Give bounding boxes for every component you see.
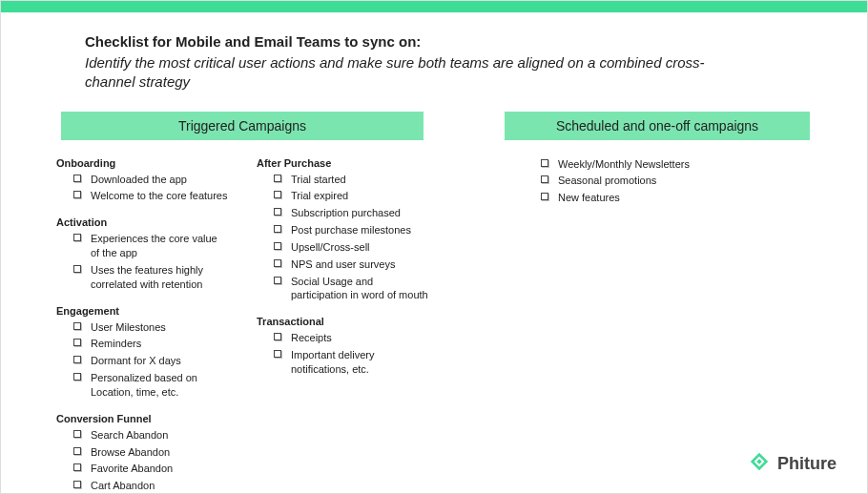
item-label: Browse Abandon xyxy=(91,445,228,460)
list-item: Trial started xyxy=(274,173,428,187)
list-item: New features xyxy=(541,191,810,205)
checkbox-icon[interactable] xyxy=(73,373,81,381)
list-item: Social Usage and participation in word o… xyxy=(274,275,428,303)
triggered-subcol-1: Onboarding Downloaded the app Welcome to… xyxy=(56,157,228,495)
item-label: Trial started xyxy=(291,173,428,187)
checkbox-icon[interactable] xyxy=(274,350,281,358)
list-item: Reminders xyxy=(73,337,228,351)
item-label: Trial expired xyxy=(291,189,428,203)
checkbox-icon[interactable] xyxy=(73,322,81,330)
list-item: Cart Abandon xyxy=(73,479,228,493)
item-label: Post purchase milestones xyxy=(291,223,428,237)
item-label: Uses the features highly correlated with… xyxy=(91,263,228,292)
list-item: Experiences the core value of the app xyxy=(73,232,228,260)
checkbox-icon[interactable] xyxy=(541,175,548,183)
list-item: Favorite Abandon xyxy=(73,462,228,476)
checkbox-icon[interactable] xyxy=(73,447,81,455)
list-item: Trial expired xyxy=(274,189,428,203)
checkbox-icon[interactable] xyxy=(73,356,81,363)
group-title: Transactional xyxy=(257,316,428,327)
checkbox-icon[interactable] xyxy=(541,193,548,200)
checkbox-icon[interactable] xyxy=(73,430,81,438)
checkbox-icon[interactable] xyxy=(73,463,81,471)
checkbox-icon[interactable] xyxy=(73,191,81,198)
list-item: Search Abandon xyxy=(73,428,228,443)
item-label: Personalized based on Location, time, et… xyxy=(91,371,228,400)
checkbox-icon[interactable] xyxy=(274,225,281,233)
triggered-campaigns-panel: Triggered Campaigns Onboarding Downloade… xyxy=(56,112,428,495)
list-item: Browse Abandon xyxy=(73,445,228,460)
group-engagement: Engagement User Milestones Reminders Dor… xyxy=(56,305,228,400)
triggered-heading: Triggered Campaigns xyxy=(61,112,424,140)
checkbox-icon[interactable] xyxy=(274,333,281,340)
checkbox-icon[interactable] xyxy=(274,277,281,284)
item-label: Important delivery notifications, etc. xyxy=(291,348,428,377)
item-label: Social Usage and participation in word o… xyxy=(291,275,428,303)
list-item: Upsell/Cross-sell xyxy=(274,240,428,255)
group-after-purchase: After Purchase Trial started Trial expir… xyxy=(257,157,428,303)
list-item: Subscription purchased xyxy=(274,206,428,220)
item-label: NPS and user surveys xyxy=(291,257,428,272)
item-label: Weekly/Monthly Newsletters xyxy=(558,157,810,172)
brand-logo: Phiture xyxy=(749,451,837,476)
group-title: Activation xyxy=(56,216,228,228)
checkbox-icon[interactable] xyxy=(274,208,281,216)
group-onboarding: Onboarding Downloaded the app Welcome to… xyxy=(56,157,228,204)
checkbox-icon[interactable] xyxy=(541,159,548,167)
item-label: New features xyxy=(558,191,810,205)
item-label: Cart Abandon xyxy=(91,479,228,493)
list-item: Post purchase milestones xyxy=(274,223,428,237)
item-label: Seasonal promotions xyxy=(558,174,810,188)
group-transactional: Transactional Receipts Important deliver… xyxy=(257,316,428,377)
list-item: Weekly/Monthly Newsletters xyxy=(541,157,810,172)
checkbox-icon[interactable] xyxy=(73,265,81,273)
triggered-subcolumns: Onboarding Downloaded the app Welcome to… xyxy=(56,157,428,495)
item-label: Subscription purchased xyxy=(291,206,428,220)
page-title: Checklist for Mobile and Email Teams to … xyxy=(85,33,783,50)
group-title: Onboarding xyxy=(56,157,228,169)
triggered-subcol-2: After Purchase Trial started Trial expir… xyxy=(257,157,428,495)
item-label: Search Abandon xyxy=(91,428,228,443)
checkbox-icon[interactable] xyxy=(274,259,281,267)
columns-wrapper: Triggered Campaigns Onboarding Downloade… xyxy=(56,112,783,495)
checkbox-icon[interactable] xyxy=(73,481,81,488)
group-conversion-funnel: Conversion Funnel Search Abandon Browse … xyxy=(56,413,228,493)
group-activation: Activation Experiences the core value of… xyxy=(56,216,228,291)
brand-name: Phiture xyxy=(777,454,837,474)
list-item: Receipts xyxy=(274,331,428,345)
list-item: Personalized based on Location, time, et… xyxy=(73,371,228,400)
checkbox-icon[interactable] xyxy=(274,191,281,198)
item-label: Experiences the core value of the app xyxy=(91,232,228,260)
page-content: Checklist for Mobile and Email Teams to … xyxy=(1,12,867,494)
checkbox-icon[interactable] xyxy=(73,339,81,346)
group-title: Engagement xyxy=(56,305,228,317)
item-label: Reminders xyxy=(91,337,228,351)
item-label: User Milestones xyxy=(91,320,228,335)
group-title: Conversion Funnel xyxy=(56,413,228,424)
accent-top-bar xyxy=(1,1,867,12)
list-item: Dormant for X days xyxy=(73,354,228,368)
list-item: Seasonal promotions xyxy=(541,174,810,188)
item-label: Downloaded the app xyxy=(91,173,228,187)
item-label: Receipts xyxy=(291,331,428,345)
item-label: Dormant for X days xyxy=(91,354,228,368)
item-label: Welcome to the core features xyxy=(91,189,228,203)
item-label: Favorite Abandon xyxy=(91,462,228,476)
page-subtitle: Identify the most critical user actions … xyxy=(85,53,734,93)
list-item: Important delivery notifications, etc. xyxy=(274,348,428,377)
checkbox-icon[interactable] xyxy=(274,175,281,182)
list-item: Welcome to the core features xyxy=(73,189,228,203)
scheduled-heading: Scheduled and one-off campaigns xyxy=(505,112,810,140)
scheduled-campaigns-panel: Scheduled and one-off campaigns Weekly/M… xyxy=(505,112,810,495)
diamond-icon xyxy=(749,451,770,476)
group-title: After Purchase xyxy=(257,157,428,169)
list-item: User Milestones xyxy=(73,320,228,335)
checkbox-icon[interactable] xyxy=(274,242,281,250)
item-label: Upsell/Cross-sell xyxy=(291,240,428,255)
list-item: NPS and user surveys xyxy=(274,257,428,272)
list-item: Uses the features highly correlated with… xyxy=(73,263,228,292)
list-item: Downloaded the app xyxy=(73,173,228,187)
checkbox-icon[interactable] xyxy=(73,234,81,241)
checkbox-icon[interactable] xyxy=(73,175,81,182)
